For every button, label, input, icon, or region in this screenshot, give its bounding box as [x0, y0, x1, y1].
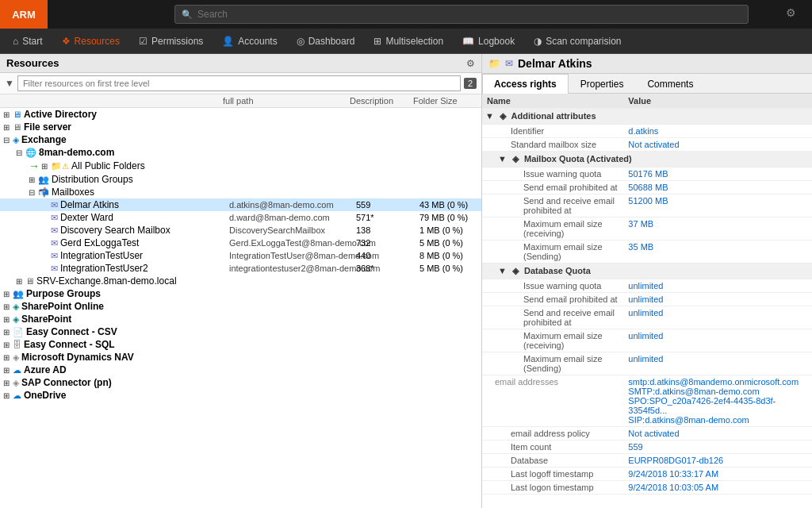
resources-title: Resources [6, 57, 59, 69]
expand-icon[interactable]: ⊞ [3, 353, 13, 362]
tree-item-file-server[interactable]: ⊞🖥File server [0, 121, 481, 133]
tree-item-size [418, 147, 481, 158]
tree-item-integration-test-user[interactable]: ✉IntegrationTestUserIntegrationTestUser@… [0, 249, 481, 262]
tree-item-sharepoint[interactable]: ⊞◈SharePoint [0, 313, 481, 325]
settings-gear-icon[interactable]: ⚙ [786, 6, 796, 19]
tree-item-easy-connect-sql[interactable]: ⊞🗄Easy Connect - SQL [0, 338, 481, 351]
tree-item-purpose-groups[interactable]: ⊞👥Purpose Groups [0, 287, 481, 300]
tree-item-email [228, 352, 354, 363]
expand-icon[interactable]: ⊞ [3, 328, 13, 337]
app-logo[interactable]: ARM [0, 0, 48, 29]
expand-icon[interactable]: ⊟ [3, 136, 13, 144]
tree-item-num [354, 109, 418, 120]
nav-start[interactable]: ⌂ Start [3, 29, 52, 54]
tree-item-label: Easy Connect - CSV [26, 326, 117, 337]
prop-value: EURPR08DG017-db126 [623, 454, 812, 468]
col-desc-header: Description [350, 96, 413, 106]
nav-permissions[interactable]: ☑ Permissions [129, 29, 213, 54]
expand-icon[interactable]: ⊞ [3, 315, 13, 324]
prop-row: Send and receive email prohibited at 512… [482, 194, 812, 217]
left-panel: Resources ⚙ ▼ 2 full path Description Fo… [0, 54, 482, 508]
tree-item-num [354, 134, 418, 145]
tree-item-email: DiscoverySearchMailbox [228, 225, 354, 236]
tree-item-discovery-search[interactable]: ✉Discovery Search MailboxDiscoverySearch… [0, 224, 481, 237]
tree-item-delmar-atkins[interactable]: ✉Delmar Atkinsd.atkins@8man-demo.com5594… [0, 198, 481, 211]
tree-item-sap-connector[interactable]: ⊞◈SAP Connector (pn) [0, 376, 481, 389]
section-row[interactable]: ▼ ◈ Mailbox Quota (Activated) [482, 152, 812, 167]
expand-icon[interactable]: ⊞ [3, 379, 13, 387]
tree-item-num [354, 301, 418, 312]
tree-item-email [228, 314, 354, 325]
tree-item-8man-demo[interactable]: ⊟🌐8man-demo.com [0, 146, 481, 159]
tree-item-microsoft-dynamics[interactable]: ⊞◈Microsoft Dynamics NAV [0, 351, 481, 364]
expand-icon[interactable]: ⊞ [3, 341, 13, 349]
tree-item-label: Discovery Search Mailbox [60, 225, 170, 236]
tab-properties[interactable]: Properties [569, 74, 636, 94]
tree-item-email: d.ward@8man-demo.com [228, 212, 354, 223]
nav-accounts[interactable]: 👤 Accounts [213, 29, 286, 54]
section-row[interactable]: ▼ ◈ Database Quota [482, 264, 812, 279]
expand-icon[interactable]: ⊞ [29, 175, 38, 184]
tree-item-label: Active Directory [24, 109, 97, 120]
tree-item-num: 138 [354, 225, 418, 236]
search-input[interactable] [197, 9, 741, 20]
mailbox-icon: ✉ [51, 199, 58, 210]
prop-name: Maximum email size (Sending) [482, 241, 623, 264]
expand-icon[interactable]: ⊞ [41, 162, 51, 171]
tab-access-rights[interactable]: Access rights [482, 74, 569, 94]
tab-comments[interactable]: Comments [635, 74, 705, 94]
prop-name: Last logoff timestamp [482, 468, 623, 481]
tree-item-integration-test-user2[interactable]: ✉IntegrationTestUser2integrationtestuser… [0, 262, 481, 275]
nav-multiselection[interactable]: ⊞ Multiselection [364, 29, 453, 54]
tree-item-size [418, 314, 481, 325]
prop-row: Maximum email size (Sending) unlimited [482, 352, 812, 375]
expand-icon[interactable]: ⊞ [3, 290, 13, 298]
tree-item-distribution-groups[interactable]: ⊞👥Distribution Groups [0, 173, 481, 186]
nav-logbook[interactable]: 📖 Logbook [453, 29, 524, 54]
tree-item-size [418, 134, 481, 145]
expand-icon[interactable]: ⊞ [16, 277, 25, 286]
expand-icon[interactable]: ⊞ [3, 123, 13, 132]
tree-item-size [418, 364, 481, 375]
nav-accounts-label: Accounts [238, 36, 277, 47]
tree-item-size [418, 377, 481, 388]
tree-item-num [354, 390, 418, 401]
tree-item-num [354, 326, 418, 337]
expand-icon[interactable]: ⊞ [3, 391, 13, 400]
tree-item-exchange[interactable]: ⊟◈Exchange [0, 133, 481, 146]
tree-item-onedrive[interactable]: ⊞☁OneDrive [0, 389, 481, 402]
expand-icon[interactable]: ⊟ [16, 148, 25, 157]
nav-scan-comparison[interactable]: ◑ Scan comparision [524, 29, 630, 54]
tree-item-srv-exchange[interactable]: ⊞🖥SRV-Exchange.8man-demo.local [0, 275, 481, 287]
tree-item-easy-connect-csv[interactable]: ⊞📄Easy Connect - CSV [0, 325, 481, 338]
expand-icon[interactable]: ⊞ [3, 366, 13, 375]
value-col-header: Value [623, 94, 812, 109]
section-row[interactable]: ▼ ◈ Additional attributes [482, 109, 812, 125]
tree-item-num: 571* [354, 212, 418, 223]
tree-item-all-public-folders[interactable]: →⊞📁⚠All Public Folders [0, 159, 481, 173]
filter-input[interactable] [17, 75, 461, 91]
tree-item-num [354, 352, 418, 363]
expand-icon[interactable]: ⊟ [29, 188, 38, 197]
resources-gear-icon[interactable]: ⚙ [466, 58, 475, 69]
tree-item-sharepoint-online[interactable]: ⊞◈SharePoint Online [0, 300, 481, 313]
tree-item-size [418, 326, 481, 337]
tree-item-email [228, 288, 354, 299]
tree-item-num [354, 275, 418, 287]
tree-item-label: 8man-demo.com [39, 147, 114, 158]
nav-dashboard[interactable]: ◎ Dashboard [287, 29, 365, 54]
expand-icon[interactable]: ⊞ [3, 302, 13, 311]
prop-value: 9/24/2018 10:33:17 AM [623, 468, 812, 481]
tree-item-gerd-exlogga[interactable]: ✉Gerd ExLoggaTestGerd.ExLoggaTest@8man-d… [0, 237, 481, 249]
tree-item-azure-ad[interactable]: ⊞☁Azure AD [0, 364, 481, 376]
nav-resources[interactable]: ❖ Resources [52, 29, 129, 54]
expand-icon[interactable]: ⊞ [3, 110, 13, 119]
tree-item-label: Purpose Groups [26, 288, 101, 299]
tree-item-dexter-ward[interactable]: ✉Dexter Wardd.ward@8man-demo.com571*79 M… [0, 211, 481, 224]
nav-permissions-label: Permissions [151, 36, 203, 47]
tree-item-label: File server [24, 121, 71, 133]
tree-item-active-directory[interactable]: ⊞🖥Active Directory [0, 108, 481, 121]
section-expand-icon: ▼ [485, 111, 494, 121]
tree-item-mailboxes[interactable]: ⊟📬Mailboxes [0, 186, 481, 198]
prop-row: Last logon timestamp 9/24/2018 10:03:05 … [482, 481, 812, 495]
